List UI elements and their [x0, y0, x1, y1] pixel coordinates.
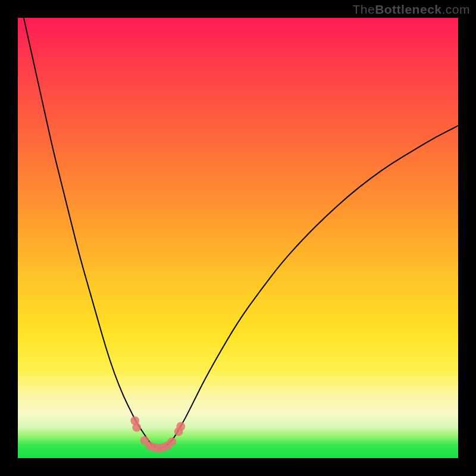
curve-dot — [176, 422, 185, 431]
bottleneck-curve — [18, 18, 458, 448]
bottleneck-curve-svg — [18, 18, 458, 458]
curve-dot — [132, 423, 141, 432]
watermark-suffix: .com — [441, 2, 470, 16]
watermark-prefix: The — [352, 2, 375, 16]
curve-dot — [168, 437, 177, 446]
watermark-bold: Bottleneck — [375, 2, 441, 16]
plot-area — [18, 18, 458, 458]
watermark: TheBottleneck.com — [352, 2, 470, 17]
outer-frame: TheBottleneck.com — [0, 0, 476, 476]
curve-dots — [130, 416, 185, 453]
